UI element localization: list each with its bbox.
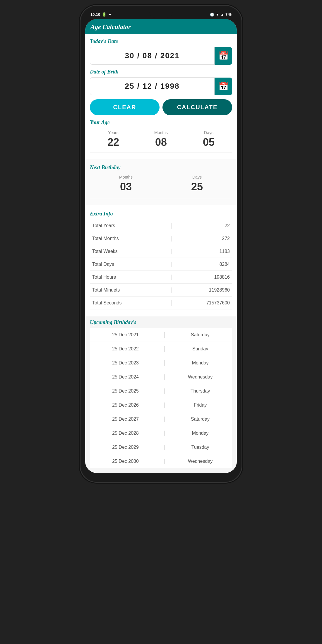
- action-buttons: CLEAR CALCULATE: [90, 99, 232, 115]
- upcoming-birthday-divider: |: [161, 342, 168, 356]
- age-values-row: Years 22 Months 08 Days 05: [90, 128, 232, 153]
- upcoming-birthday-row: 25 Dec 2027 | Saturday: [90, 412, 232, 426]
- upcoming-birthday-row: 25 Dec 2026 | Friday: [90, 398, 232, 412]
- battery-percent: 7 %: [225, 13, 232, 17]
- extra-info-name: Total Years: [90, 219, 168, 232]
- nbd-months-value: 03: [120, 181, 132, 193]
- screen: Age Calculator Today's Date 30 / 08 / 20…: [85, 19, 237, 473]
- clear-button[interactable]: CLEAR: [90, 99, 160, 115]
- battery-icon: 🔋: [102, 12, 107, 17]
- upcoming-birthday-divider: |: [161, 454, 168, 468]
- upcoming-birthday-row: 25 Dec 2023 | Monday: [90, 356, 232, 370]
- upcoming-birthday-date: 25 Dec 2022: [90, 342, 161, 356]
- extra-info-name: Total Hours: [90, 271, 168, 284]
- extra-info-value: 22: [174, 219, 232, 232]
- days-col: Days 05: [203, 130, 215, 148]
- upcoming-birthday-date: 25 Dec 2025: [90, 384, 161, 398]
- dob-calendar-button[interactable]: 📅: [215, 78, 232, 95]
- upcoming-birthday-row: 25 Dec 2022 | Sunday: [90, 342, 232, 356]
- extra-info-value: 272: [174, 232, 232, 245]
- extra-info-value: 198816: [174, 271, 232, 284]
- upcoming-birthday-date: 25 Dec 2023: [90, 356, 161, 370]
- upcoming-birthday-day: Tuesday: [168, 440, 232, 454]
- years-value: 22: [107, 136, 119, 148]
- upcoming-birthday-day: Wednesday: [168, 454, 232, 468]
- years-label: Years: [108, 130, 118, 135]
- upcoming-birthday-day: Saturday: [168, 328, 232, 342]
- slack-icon: ✦: [108, 12, 112, 17]
- extra-info-value: 11928960: [174, 284, 232, 297]
- upcoming-birthday-day: Wednesday: [168, 370, 232, 384]
- upcoming-birthday-row: 25 Dec 2030 | Wednesday: [90, 454, 232, 468]
- your-age-section: Your Age Years 22 Months 08 Days 05: [90, 119, 232, 153]
- dob-input[interactable]: 25 / 12 / 1998: [90, 77, 215, 95]
- upcoming-birthday-date: 25 Dec 2028: [90, 426, 161, 440]
- notch: [149, 11, 173, 18]
- extra-info-table: Total Years | 22 Total Months | 272 Tota…: [90, 219, 232, 309]
- extra-info-row: Total Hours | 198816: [90, 271, 232, 284]
- upcoming-birthday-divider: |: [161, 328, 168, 342]
- upcoming-birthday-row: 25 Dec 2024 | Wednesday: [90, 370, 232, 384]
- upcoming-birthday-day: Sunday: [168, 342, 232, 356]
- extra-info-row: Total Seconds | 715737600: [90, 297, 232, 309]
- todays-date-section: Today's Date 30 / 08 / 2021 📅: [90, 38, 232, 65]
- upcoming-birthday-date: 25 Dec 2027: [90, 412, 161, 426]
- upcoming-birthday-row: 25 Dec 2021 | Saturday: [90, 328, 232, 342]
- years-col: Years 22: [107, 130, 119, 148]
- upcoming-birthday-date: 25 Dec 2029: [90, 440, 161, 454]
- status-right: 🕐 ▼ ▲ 7 %: [210, 13, 232, 17]
- extra-info-row: Total Weeks | 1183: [90, 245, 232, 258]
- nbd-days-col: Days 25: [191, 175, 203, 193]
- calculate-button[interactable]: CALCULATE: [162, 99, 232, 115]
- upcoming-birthday-day: Monday: [168, 426, 232, 440]
- months-col: Months 08: [154, 130, 168, 148]
- upcoming-birthday-divider: |: [161, 398, 168, 412]
- extra-info-divider: |: [168, 245, 174, 258]
- extra-info-value: 1183: [174, 245, 232, 258]
- nbd-months-col: Months 03: [119, 175, 133, 193]
- upcoming-birthday-row: 25 Dec 2025 | Thursday: [90, 384, 232, 398]
- your-age-label: Your Age: [90, 119, 232, 126]
- nbd-days-value: 25: [191, 181, 203, 193]
- calendar-icon: 📅: [218, 51, 229, 61]
- upcoming-birthday-row: 25 Dec 2028 | Monday: [90, 426, 232, 440]
- calendar-icon-dob: 📅: [218, 81, 229, 91]
- upcoming-birthday-day: Monday: [168, 356, 232, 370]
- extra-info-name: Total Minuets: [90, 284, 168, 297]
- phone-shell: 10:10 🔋 ✦ 🕐 ▼ ▲ 7 % Age Calculator Today…: [80, 6, 242, 482]
- upcoming-birthday-divider: |: [161, 426, 168, 440]
- dob-label: Date of Brith: [90, 69, 232, 75]
- upcoming-birthday-date: 25 Dec 2026: [90, 398, 161, 412]
- next-bday-values: Months 03 Days 25: [90, 173, 232, 196]
- status-left: 10:10 🔋 ✦: [90, 12, 112, 17]
- todays-date-label: Today's Date: [90, 38, 232, 44]
- upcoming-birthday-date: 25 Dec 2024: [90, 370, 161, 384]
- upcoming-birthday-date: 25 Dec 2021: [90, 328, 161, 342]
- extra-info-divider: |: [168, 219, 174, 232]
- next-birthday-section: Next Birthday Months 03 Days 25: [90, 162, 232, 199]
- extra-info-row: Total Months | 272: [90, 232, 232, 245]
- extra-info-row: Total Days | 8284: [90, 258, 232, 271]
- wifi-icon: ▼: [216, 13, 219, 17]
- extra-info-name: Total Days: [90, 258, 168, 271]
- extra-info-divider: |: [168, 232, 174, 245]
- extra-info-value: 715737600: [174, 297, 232, 309]
- upcoming-birthday-day: Friday: [168, 398, 232, 412]
- extra-info-divider: |: [168, 284, 174, 297]
- upcoming-birthday-day: Saturday: [168, 412, 232, 426]
- upcoming-birthday-date: 25 Dec 2030: [90, 454, 161, 468]
- days-value: 05: [203, 136, 215, 148]
- todays-date-calendar-button[interactable]: 📅: [215, 47, 232, 65]
- todays-date-input[interactable]: 30 / 08 / 2021: [90, 47, 215, 65]
- months-value: 08: [155, 136, 167, 148]
- app-header: Age Calculator: [85, 19, 237, 34]
- upcoming-birthday-divider: |: [161, 384, 168, 398]
- time: 10:10: [90, 12, 100, 17]
- extra-info-row: Total Years | 22: [90, 219, 232, 232]
- extra-info-label: Extra Info: [90, 211, 232, 217]
- extra-info-row: Total Minuets | 11928960: [90, 284, 232, 297]
- extra-info-divider: |: [168, 271, 174, 284]
- upcoming-birthdays-table: 25 Dec 2021 | Saturday 25 Dec 2022 | Sun…: [90, 328, 232, 468]
- main-content: Today's Date 30 / 08 / 2021 📅 Date of Br…: [85, 34, 237, 159]
- days-label: Days: [204, 130, 213, 135]
